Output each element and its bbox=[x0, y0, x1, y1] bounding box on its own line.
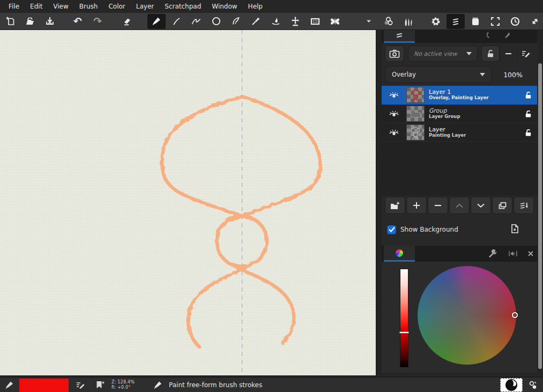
redo-button[interactable]: ↷ bbox=[88, 14, 107, 29]
layer-lock-toggle[interactable] bbox=[519, 91, 537, 100]
menu-scratchpad[interactable]: Scratchpad bbox=[159, 1, 206, 12]
remove-layer-button[interactable] bbox=[428, 197, 448, 214]
layers-tab-icon bbox=[394, 30, 405, 38]
snapshot-view-button[interactable] bbox=[385, 46, 404, 62]
freehand-brush-button[interactable] bbox=[147, 14, 166, 29]
layer-row-1[interactable]: Layer 1 Overlay, Painting Layer bbox=[382, 86, 537, 105]
symmetry-button[interactable] bbox=[326, 14, 344, 29]
undo-button[interactable]: ↶ bbox=[69, 14, 87, 29]
color-picker-button[interactable] bbox=[247, 14, 265, 29]
new-file-button[interactable] bbox=[1, 14, 19, 29]
layer-row-2[interactable]: Group Layer Group bbox=[382, 105, 537, 123]
blend-mode-dropdown[interactable]: Overlay bbox=[385, 66, 492, 83]
menu-view[interactable]: View bbox=[48, 1, 73, 12]
close-panel-button[interactable] bbox=[527, 250, 534, 258]
layers-tabstrip bbox=[382, 30, 537, 43]
eraser-button[interactable] bbox=[118, 14, 136, 29]
connected-lines-button[interactable] bbox=[187, 14, 205, 29]
menu-brush[interactable]: Brush bbox=[74, 1, 103, 12]
layer-visibility-toggle[interactable] bbox=[382, 91, 406, 99]
panel-header-partial-icon-left[interactable] bbox=[485, 31, 491, 40]
layer-opacity-value[interactable]: 100% bbox=[492, 71, 534, 79]
scratchpad-window-button[interactable] bbox=[466, 14, 485, 29]
color-compare-button[interactable] bbox=[508, 250, 518, 259]
move-view-button[interactable] bbox=[286, 14, 304, 29]
inking-tool-button[interactable] bbox=[227, 14, 245, 29]
menu-edit[interactable]: Edit bbox=[25, 1, 48, 12]
brush-window-button[interactable] bbox=[399, 14, 417, 29]
scrollbar-thumb[interactable] bbox=[538, 63, 542, 369]
tab-layers[interactable] bbox=[384, 30, 415, 43]
tab-color-wheel[interactable] bbox=[384, 246, 415, 262]
edit-frame-button[interactable] bbox=[306, 14, 324, 29]
new-layer-group-button[interactable] bbox=[385, 197, 405, 214]
brush-icon bbox=[4, 380, 14, 390]
preferences-button[interactable] bbox=[427, 14, 445, 29]
ellipse-tool-button[interactable] bbox=[207, 14, 225, 29]
menu-layer[interactable]: Layer bbox=[131, 1, 159, 12]
edit-frame-icon bbox=[310, 17, 321, 26]
canvas[interactable] bbox=[0, 30, 376, 375]
menu-window[interactable]: Window bbox=[206, 1, 242, 12]
save-file-button[interactable] bbox=[41, 14, 59, 29]
layer-thumbnail bbox=[406, 87, 425, 103]
blend-mode-row: Overlay 100% bbox=[382, 64, 537, 85]
layers-window-button[interactable] bbox=[447, 14, 465, 29]
menu-file[interactable]: File bbox=[3, 1, 25, 12]
panel-scrollbar[interactable] bbox=[537, 30, 543, 375]
show-background-checkbox[interactable] bbox=[387, 225, 396, 234]
layers-window-icon bbox=[450, 16, 461, 27]
history-button[interactable] bbox=[506, 14, 524, 29]
open-file-icon bbox=[25, 16, 35, 26]
lower-layer-button[interactable] bbox=[471, 197, 491, 214]
remove-view-button[interactable] bbox=[500, 46, 517, 62]
chevron-up-icon bbox=[455, 203, 464, 208]
merge-layer-down-button[interactable] bbox=[514, 197, 534, 214]
flood-fill-button[interactable] bbox=[266, 14, 285, 29]
pick-color-button[interactable] bbox=[528, 380, 538, 392]
hsv-color-wheel[interactable] bbox=[418, 266, 516, 365]
layer-desc: Overlay, Painting Layer bbox=[429, 95, 519, 101]
color-wheel-selector[interactable] bbox=[512, 312, 518, 318]
active-view-dropdown[interactable]: No active view bbox=[408, 46, 478, 62]
expand-toolbar-button[interactable] bbox=[526, 14, 543, 29]
value-slider-handle[interactable] bbox=[399, 331, 409, 334]
layer-thumbnail bbox=[406, 106, 425, 122]
layer-lock-toggle[interactable] bbox=[519, 128, 537, 137]
raise-layer-button[interactable] bbox=[449, 197, 470, 214]
tool-options-dropdown[interactable] bbox=[365, 19, 373, 23]
eye-icon bbox=[389, 91, 399, 99]
bookmark-brush-button[interactable] bbox=[95, 380, 105, 392]
zoom-value: Z: 128.4% bbox=[111, 380, 135, 385]
edit-brush-settings-button[interactable] bbox=[75, 380, 85, 392]
lock-view-button[interactable] bbox=[481, 46, 500, 62]
edit-views-button[interactable] bbox=[517, 46, 534, 62]
current-color-swatch[interactable] bbox=[19, 379, 69, 392]
layer-lock-toggle[interactable] bbox=[519, 109, 537, 119]
layer-visibility-toggle[interactable] bbox=[382, 129, 406, 137]
menu-color[interactable]: Color bbox=[103, 1, 130, 12]
line-tool-button[interactable] bbox=[167, 14, 185, 29]
fullscreen-button[interactable] bbox=[486, 14, 504, 29]
add-layer-button[interactable] bbox=[406, 197, 427, 214]
color-window-icon bbox=[383, 16, 394, 27]
color-adjuster-button[interactable] bbox=[488, 249, 497, 260]
panel-header-partial-icon-right[interactable] bbox=[504, 31, 510, 40]
value-gradient-slider[interactable] bbox=[400, 269, 408, 367]
view-controls-row: No active view bbox=[382, 44, 537, 63]
chevron-down-icon bbox=[366, 19, 371, 23]
duplicate-layer-button[interactable] bbox=[492, 197, 512, 214]
panel-divider[interactable] bbox=[376, 30, 382, 375]
brush-preview-swatch[interactable] bbox=[500, 378, 523, 392]
open-file-button[interactable] bbox=[21, 14, 39, 29]
minus-icon bbox=[505, 53, 512, 55]
layer-row-3[interactable]: Layer Painting Layer bbox=[382, 123, 537, 142]
choose-background-button[interactable] bbox=[510, 224, 519, 235]
active-tool-indicator bbox=[153, 380, 163, 392]
color-window-button[interactable] bbox=[379, 14, 397, 29]
pick-color-icon bbox=[528, 380, 538, 390]
color-tabstrip bbox=[382, 246, 537, 262]
layer-visibility-toggle[interactable] bbox=[382, 110, 406, 118]
current-brush-button[interactable] bbox=[4, 380, 14, 392]
menu-help[interactable]: Help bbox=[243, 1, 268, 12]
